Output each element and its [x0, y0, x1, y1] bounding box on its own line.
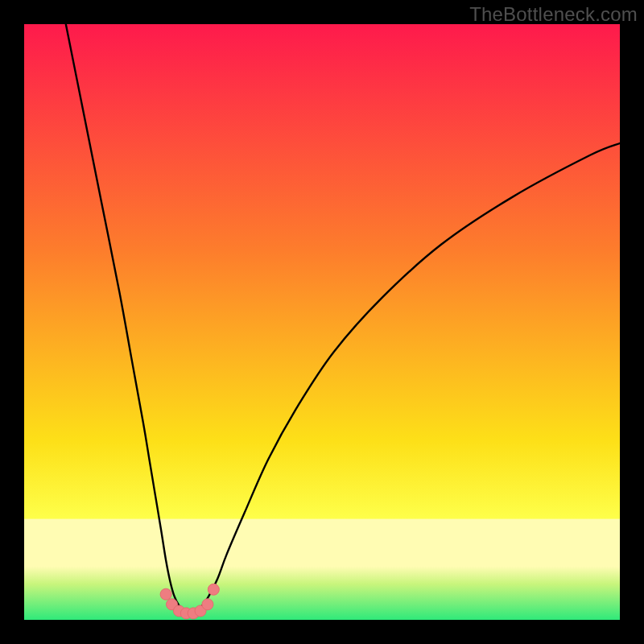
outer-frame: TheBottleneck.com [0, 0, 644, 644]
marker-dot [160, 588, 171, 600]
gradient-background [24, 24, 620, 620]
watermark-text: TheBottleneck.com [469, 3, 638, 26]
marker-dot [202, 599, 213, 610]
plot-area [24, 24, 620, 620]
chart-svg [24, 24, 620, 620]
marker-dot [208, 584, 219, 595]
